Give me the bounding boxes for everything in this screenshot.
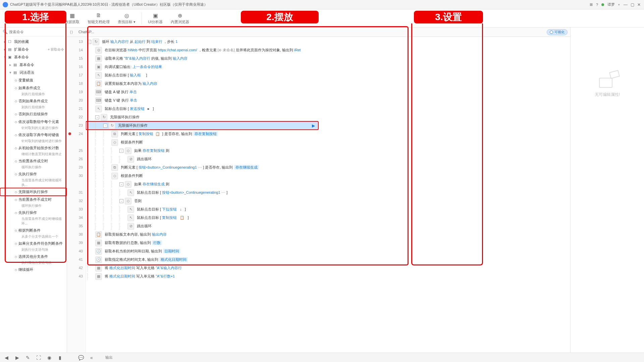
line-number[interactable]: 16 [67,63,83,71]
tree-item[interactable]: ◇无限循环执行操作 [0,188,67,196]
code-line[interactable]: ▦将 格式化日期时间 写入单元格 "A"&行数+1 [86,272,570,281]
tool-智能文档处理[interactable]: 🗎智能文档处理 [84,11,114,26]
fold-icon[interactable]: - [119,149,123,153]
tool-时间线[interactable]: ⧗时间线 ▾ [19,11,41,26]
code-line[interactable]: ↖鼠标点击目标 [ 发送按钮 ▸ ] [86,105,570,113]
tree-item[interactable]: ▾▤词法语法 [0,69,67,76]
line-number[interactable]: 43 [67,272,83,281]
line-number[interactable]: 13 [67,38,83,46]
user-name[interactable]: 谭梦 [607,2,615,7]
code-line[interactable]: ▣向调试窗口输出: 上一条命令的结果 [86,63,570,71]
tree-item[interactable]: ▸▤基本命令 [0,61,67,69]
code-line[interactable]: ↖鼠标点击目标 [ 复制按钮 📋 ] [86,214,570,222]
code-line[interactable]: 🕓获取本机当前的时间和日期, 输出到 日期时间 [86,247,570,255]
tree-item[interactable]: ▸☐我的收藏 [0,38,67,46]
tree-item[interactable]: ◇先执行操作 [0,170,67,178]
minimize-button[interactable]: — [623,2,628,7]
tree-item[interactable]: ◇继续循环 [0,266,67,274]
expand-icon[interactable]: ▾ [9,70,13,75]
code-line[interactable]: ▦将 格式化日期时间 写入单元格 "A"&输入内容行 [86,264,570,272]
code-line[interactable]: ⊘跳出循环 [86,155,570,163]
maximize-button[interactable]: ▢ [630,2,635,7]
line-number[interactable]: 26 [67,155,83,163]
output-label[interactable]: 输出 [105,355,113,360]
code-line[interactable]: ⌨键盘 V 键 执行 单击 [86,96,570,105]
tool-录制[interactable]: ◉录制 [45,11,61,26]
tree-item[interactable]: ◇当前置条件不成立时 [0,196,67,203]
tool-数据抓取[interactable]: ▦数据抓取 [61,11,84,26]
run-button[interactable]: ▶ [13,354,21,361]
get-commands-link[interactable]: + 获取命令 [48,47,64,52]
expand-icon[interactable]: ▸ [4,47,7,52]
fullscreen-icon[interactable]: ⛶ [35,354,42,361]
expand-icon[interactable]: ▸ [9,63,13,67]
code-line[interactable]: 🕓获取指定格式的时间文本, 输出到 格式化日期时间 [86,255,570,264]
close-button[interactable]: ✕ [637,2,641,7]
code-line[interactable]: -◇如果 存在复制按钮 则 [86,146,570,155]
collapse-icon[interactable]: « [88,354,95,361]
run-line-icon[interactable]: ▶ [312,123,315,128]
line-number[interactable] [67,138,83,146]
code-line[interactable]: ↖鼠标点击目标 [ 输入框 ] [86,71,570,79]
tree-item[interactable]: ◇依次读取数组中每个元素 [0,118,67,126]
line-number[interactable]: 40 [67,247,83,255]
tab-chatgpt[interactable]: ChatGP... [75,28,98,36]
code-line[interactable]: ▦获取有数据的行总数, 输出到 行数 [86,239,570,247]
code-line[interactable]: -◇如果 存在继续生成 则 [86,180,570,188]
line-number[interactable]: 30 [67,172,83,180]
code-line[interactable]: ⊙在目标浏览器 hWeb 中打开页面 https://chat.openai.c… [86,46,570,54]
line-number[interactable]: 29 [67,163,83,172]
line-number[interactable]: 35 [67,222,83,230]
code-line[interactable]: 📋设置剪贴板文本内容为 输入内容 [86,79,570,88]
fold-icon[interactable]: - [119,199,123,203]
fold-icon[interactable]: - [95,115,99,119]
line-number[interactable]: 33 [67,205,83,214]
code-line[interactable]: ↖鼠标点击目标 [ 下拉按钮 ↓ ] [86,205,570,214]
search-input[interactable] [9,30,64,34]
breakpoint-icon[interactable] [68,132,71,135]
code-line[interactable]: ◇根据条件判断 [86,172,570,180]
line-number[interactable]: 17 [67,71,83,79]
line-number[interactable]: 22 [67,113,83,121]
tool-UI分析器[interactable]: ▣UI分析器 [144,11,167,26]
tree-item[interactable]: ◇如果分支条件符合判断条件 [0,240,67,247]
tool-内置浏览器[interactable]: ⊕内置浏览器 [167,11,193,26]
tree-item[interactable]: ◇如果条件成立 [0,84,67,92]
line-number[interactable]: 18 [67,79,83,88]
code-line[interactable]: ⧉判断元素 [ 复制按钮 📋 ] 是否存在, 输出到 存在复制按钮 [86,130,570,138]
tree-item[interactable]: ◇从初始值开始按步长计数 [0,144,67,152]
line-number[interactable]: 34 [67,214,83,222]
line-number[interactable]: 14 [67,46,83,54]
grid-icon[interactable]: ⊞ [590,2,593,7]
line-number[interactable]: 39 [67,239,83,247]
code-line[interactable]: -↻无限循环执行操作 [86,113,570,121]
tree-item[interactable]: ▾▣基本命令 [0,53,67,61]
code-line[interactable]: 📋获取剪贴板文本内容, 输出到 输出内容 [86,230,570,239]
line-number[interactable]: 41 [67,255,83,264]
code-line[interactable]: ◇根据条件判断 [86,138,570,146]
code-line[interactable]: ⌨键盘 A 键 执行 单击 [86,88,570,96]
line-number[interactable]: 25 [67,146,83,155]
expand-icon[interactable]: ▸ [4,40,7,44]
line-number[interactable]: 38 [67,230,83,239]
code-line[interactable]: ↖鼠标点击目标 [ 按钮<button>_Continuegenerating1… [86,188,570,197]
tree-item[interactable]: ◇变量赋值 [0,76,67,84]
code-body[interactable]: -↻循环 输入内容行 从 起始行 到 结束行 ，步长 1⊙在目标浏览器 hWeb… [86,37,570,353]
user-dropdown-icon[interactable]: ▾ [618,3,620,6]
line-number[interactable]: 32 [67,197,83,205]
fold-icon[interactable]: - [87,40,91,44]
nav-back-button[interactable]: ◀ [3,354,10,361]
edit-icon[interactable]: ✎ [24,354,32,361]
tree-item[interactable]: ▸▤扩展命令+ 获取命令 [0,46,67,53]
chat-icon[interactable]: 💬 [77,354,85,361]
fold-icon[interactable]: - [103,124,107,128]
line-number[interactable]: 23 [67,121,83,130]
line-number[interactable]: 15 [67,54,83,63]
code-line[interactable]: -◇否则 [86,197,570,205]
tree-item[interactable]: ◇选择其他分支条件 [0,253,67,260]
fold-icon[interactable]: - [119,182,123,186]
code-line[interactable]: ⧉判断元素 [ 按钮<button>_Continuegenerating1 ·… [86,163,570,172]
tree-item[interactable]: ◇当前置条件成立时 [0,157,67,165]
tree-item[interactable]: ◇先执行操作 [0,209,67,217]
tree-item[interactable]: ◇依次读取字典中每对键值 [0,131,67,139]
